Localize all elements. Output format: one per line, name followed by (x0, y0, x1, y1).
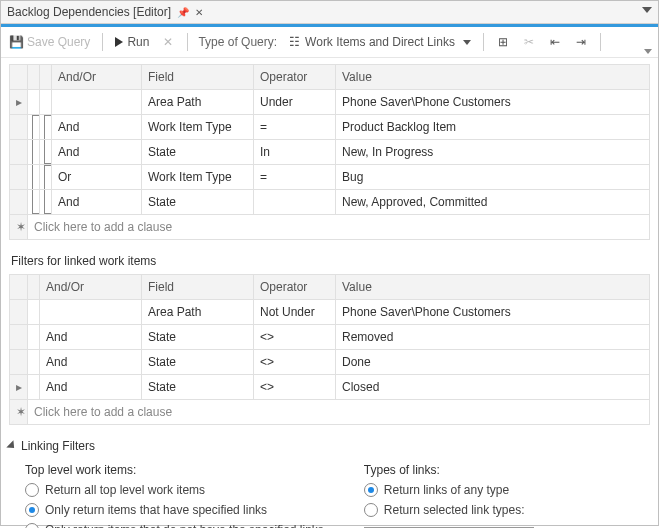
col-operator[interactable]: Operator (254, 65, 336, 90)
radio-selected-types[interactable]: Return selected link types: (364, 503, 534, 517)
indent-left-icon[interactable]: ⇤ (546, 33, 564, 51)
table-row[interactable]: Or Work Item Type = Bug (10, 165, 650, 190)
cancel-icon: ✕ (159, 33, 177, 51)
table-row[interactable]: ▸ And State <> Closed (10, 375, 650, 400)
radio-only-specified[interactable]: Only return items that have specified li… (25, 503, 324, 517)
col-field[interactable]: Field (142, 65, 254, 90)
window-title: Backlog Dependencies [Editor] (7, 5, 171, 19)
col-field[interactable]: Field (142, 275, 254, 300)
tree-icon[interactable]: ⊞ (494, 33, 512, 51)
toolbar-overflow-icon[interactable] (644, 49, 652, 54)
toolbar: 💾 Save Query Run ✕ Type of Query: ☷ Work… (1, 27, 658, 58)
query-type-value: Work Items and Direct Links (305, 35, 455, 49)
delete-clause-icon: ✂ (520, 33, 538, 51)
query-type-label: Type of Query: (198, 35, 277, 49)
col-andor[interactable]: And/Or (52, 65, 142, 90)
col-andor[interactable]: And/Or (40, 275, 142, 300)
radio-only-without[interactable]: Only return items that do not have the s… (25, 523, 324, 528)
table-row[interactable]: And State <> Done (10, 350, 650, 375)
close-icon[interactable]: ✕ (195, 7, 203, 18)
table-row[interactable]: ▸ Area Path Under Phone Saver\Phone Cust… (10, 90, 650, 115)
save-query-button[interactable]: 💾 Save Query (7, 33, 92, 51)
linked-section-title: Filters for linked work items (11, 254, 648, 268)
col-operator[interactable]: Operator (254, 275, 336, 300)
run-label: Run (127, 35, 149, 49)
radio-any-type[interactable]: Return links of any type (364, 483, 534, 497)
add-clause-row[interactable]: ✶ Click here to add a clause (10, 400, 650, 425)
top-level-label: Top level work items: (25, 463, 324, 477)
save-icon: 💾 (9, 35, 23, 49)
query-type-icon: ☷ (287, 35, 301, 49)
query-type-dropdown[interactable]: ☷ Work Items and Direct Links (285, 33, 473, 51)
top-clauses-grid: And/Or Field Operator Value ▸ Area Path … (9, 64, 650, 240)
play-icon (115, 37, 123, 47)
linking-section-toggle[interactable]: Linking Filters (9, 439, 650, 453)
table-row[interactable]: Area Path Not Under Phone Saver\Phone Cu… (10, 300, 650, 325)
table-row[interactable]: And State <> Removed (10, 325, 650, 350)
table-row[interactable]: And State In New, In Progress (10, 140, 650, 165)
add-clause-row[interactable]: ✶ Click here to add a clause (10, 215, 650, 240)
pin-icon[interactable]: 📌 (177, 7, 189, 18)
expand-icon (6, 440, 17, 451)
save-query-label: Save Query (27, 35, 90, 49)
indent-right-icon[interactable]: ⇥ (572, 33, 590, 51)
window-menu-icon[interactable] (642, 7, 652, 13)
col-value[interactable]: Value (336, 275, 650, 300)
run-button[interactable]: Run (113, 33, 151, 51)
chevron-down-icon (463, 40, 471, 45)
linking-section-title: Linking Filters (21, 439, 95, 453)
table-row[interactable]: And Work Item Type = Product Backlog Ite… (10, 115, 650, 140)
link-types-label: Types of links: (364, 463, 534, 477)
radio-return-all[interactable]: Return all top level work items (25, 483, 324, 497)
table-row[interactable]: And State New, Approved, Committed (10, 190, 650, 215)
linked-clauses-grid: And/Or Field Operator Value Area Path No… (9, 274, 650, 425)
col-value[interactable]: Value (336, 65, 650, 90)
